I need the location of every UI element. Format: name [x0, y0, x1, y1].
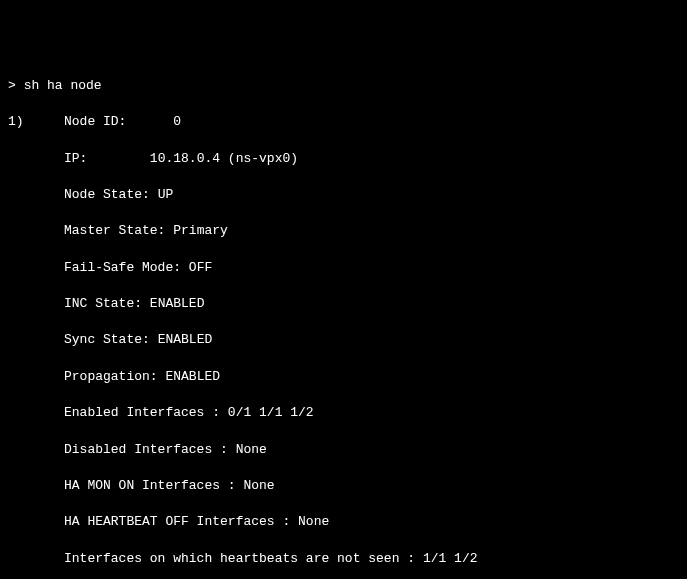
node-1-row-disabledif: Disabled Interfaces : None — [8, 441, 679, 459]
node-1-row-masterstate: Master State: Primary — [8, 222, 679, 240]
command-line: > sh ha node — [8, 77, 679, 95]
label-incstate: INC State: — [64, 296, 142, 311]
value-syncstate: ENABLED — [158, 332, 213, 347]
value-hbnotseen: 1/1 1/2 — [423, 551, 478, 566]
node-1-marker: 1) — [8, 113, 64, 131]
node-1-row-ip: IP: 10.18.0.4 (ns-vpx0) — [8, 150, 679, 168]
value-enabledif: 0/1 1/1 1/2 — [228, 405, 314, 420]
node-1-row-syncstate: Sync State: ENABLED — [8, 331, 679, 349]
label-nodestate: Node State: — [64, 187, 150, 202]
value-disabledif: None — [236, 442, 267, 457]
label-masterstate: Master State: — [64, 223, 165, 238]
value-hamon: None — [243, 478, 274, 493]
label-hahboff: HA HEARTBEAT OFF Interfaces : — [64, 514, 290, 529]
value-incstate: ENABLED — [150, 296, 205, 311]
label-propagation: Propagation: — [64, 369, 158, 384]
label-disabledif: Disabled Interfaces : — [64, 442, 228, 457]
node-1-row-hamon: HA MON ON Interfaces : None — [8, 477, 679, 495]
node-1-row-nodestate: Node State: UP — [8, 186, 679, 204]
label-ip: IP: — [64, 151, 87, 166]
node-1-row-enabledif: Enabled Interfaces : 0/1 1/1 1/2 — [8, 404, 679, 422]
prompt-marker: > — [8, 78, 16, 93]
value-masterstate: Primary — [173, 223, 228, 238]
value-nodestate: UP — [158, 187, 174, 202]
label-failsafe: Fail-Safe Mode: — [64, 260, 181, 275]
value-ip: 10.18.0.4 (ns-vpx0) — [150, 151, 298, 166]
node-1-row-nodeid: 1)Node ID: 0 — [8, 113, 679, 131]
label-hamon: HA MON ON Interfaces : — [64, 478, 236, 493]
label-hbnotseen: Interfaces on which heartbeats are not s… — [64, 551, 415, 566]
value-nodeid: 0 — [173, 114, 181, 129]
node-1-row-hbnotseen: Interfaces on which heartbeats are not s… — [8, 550, 679, 568]
node-1-row-incstate: INC State: ENABLED — [8, 295, 679, 313]
command-text: sh ha node — [24, 78, 102, 93]
node-1-row-failsafe: Fail-Safe Mode: OFF — [8, 259, 679, 277]
label-enabledif: Enabled Interfaces : — [64, 405, 220, 420]
node-1-row-hahboff: HA HEARTBEAT OFF Interfaces : None — [8, 513, 679, 531]
node-1-row-propagation: Propagation: ENABLED — [8, 368, 679, 386]
label-nodeid: Node ID: — [64, 114, 126, 129]
value-failsafe: OFF — [189, 260, 212, 275]
value-propagation: ENABLED — [165, 369, 220, 384]
label-syncstate: Sync State: — [64, 332, 150, 347]
value-hahboff: None — [298, 514, 329, 529]
